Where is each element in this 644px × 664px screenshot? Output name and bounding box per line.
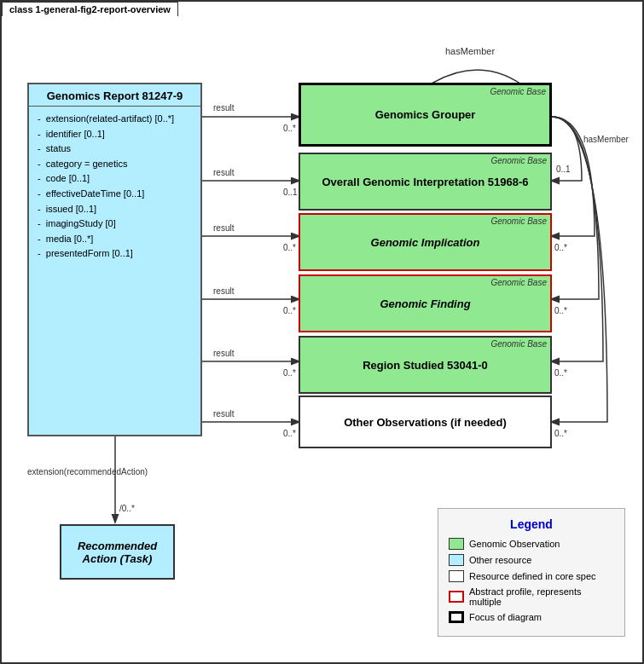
implic-top-label: Genomic Base [490, 217, 547, 226]
legend-label-genomic: Genomic Observation [469, 539, 560, 549]
legend-title: Legend [449, 517, 614, 531]
attr-line: - extension(related-artifact) [0..*] [38, 112, 192, 127]
legend-label-focus: Focus of diagram [469, 612, 542, 622]
svg-text:0..*: 0..* [283, 243, 296, 252]
svg-text:result: result [213, 223, 235, 233]
has-member-top-label: hasMember [445, 46, 495, 56]
recommended-box: RecommendedAction (Task) [60, 524, 175, 580]
other-box: Other Observations (if needed) [299, 396, 552, 448]
finding-top-label: Genomic Base [490, 278, 547, 287]
grouper-main-label: Genomics Grouper [372, 108, 479, 121]
implic-main-label: Genomic Implication [368, 236, 484, 249]
legend-swatch-cyan [449, 554, 464, 566]
interp-main-label: Overall Genomic Interpretation 51968-6 [318, 176, 531, 188]
report-box-attrs: - extension(related-artifact) [0..*] - i… [29, 107, 200, 267]
legend-swatch-white [449, 570, 464, 582]
svg-text:0..*: 0..* [554, 429, 567, 438]
svg-text:/0..*: /0..* [119, 504, 135, 513]
region-box: Genomic Base Region Studied 53041-0 [299, 336, 552, 394]
legend-item-core: Resource defined in core spec [449, 570, 614, 582]
svg-text:0..*: 0..* [554, 243, 567, 252]
grouper-box: Genomic Base Genomics Grouper [299, 83, 552, 147]
svg-text:0..*: 0..* [283, 124, 296, 133]
diagram-container: class 1-general-fig2-report-overview has… [0, 0, 644, 664]
implication-box: Genomic Base Genomic Implication [299, 213, 552, 271]
finding-main-label: Genomic Finding [376, 297, 473, 310]
legend-swatch-black [449, 611, 464, 623]
svg-text:0..*: 0..* [554, 368, 567, 378]
svg-text:0..*: 0..* [283, 429, 296, 438]
legend-label-other: Other resource [469, 555, 531, 565]
attr-line: - identifier [0..1] [38, 127, 192, 142]
svg-text:result: result [213, 103, 235, 113]
attr-line: - effectiveDateTime [0..1] [38, 187, 192, 202]
svg-text:result: result [213, 168, 235, 177]
legend-item-focus: Focus of diagram [449, 611, 614, 623]
region-main-label: Region Studied 53041-0 [359, 359, 491, 372]
svg-text:result: result [213, 286, 235, 296]
legend-item-genomic: Genomic Observation [449, 538, 614, 550]
interp-top-label: Genomic Base [490, 156, 547, 165]
svg-text:0..1: 0..1 [283, 188, 298, 197]
attr-line: - issued [0..1] [38, 202, 192, 217]
attr-line: - media [0..*] [38, 232, 192, 247]
diagram-title: class 1-general-fig2-report-overview [2, 2, 178, 16]
other-main-label: Other Observations (if needed) [340, 416, 510, 429]
attr-line: - imagingStudy [0] [38, 217, 192, 232]
legend-swatch-green [449, 538, 464, 550]
attr-line: - category = genetics [38, 157, 192, 172]
grouper-top-label: Genomic Base [490, 87, 546, 96]
attr-line: - presentedForm [0..1] [38, 246, 192, 262]
interpretation-box: Genomic Base Overall Genomic Interpretat… [299, 153, 552, 211]
attr-line: - code [0..1] [38, 171, 192, 187]
svg-text:0..1: 0..1 [556, 165, 571, 174]
svg-text:extension(recommendedAction): extension(recommendedAction) [27, 467, 148, 476]
legend: Legend Genomic Observation Other resourc… [438, 508, 625, 637]
svg-text:result: result [213, 349, 235, 358]
svg-text:0..*: 0..* [554, 306, 567, 315]
svg-text:hasMember: hasMember [583, 135, 629, 144]
svg-text:0..*: 0..* [283, 306, 296, 315]
svg-text:0..*: 0..* [283, 368, 296, 378]
report-box-title: Genomics Report 81247-9 [29, 84, 200, 107]
attr-line: - status [38, 141, 192, 157]
report-box: Genomics Report 81247-9 - extension(rela… [27, 83, 202, 436]
recommended-main-label: RecommendedAction (Task) [74, 540, 160, 565]
legend-label-abstract: Abstract profile, represents multiple [469, 586, 614, 607]
svg-text:result: result [213, 409, 235, 419]
legend-swatch-red [449, 591, 464, 603]
legend-item-abstract: Abstract profile, represents multiple [449, 586, 614, 607]
legend-item-other: Other resource [449, 554, 614, 566]
legend-label-core: Resource defined in core spec [469, 571, 596, 581]
region-top-label: Genomic Base [490, 339, 547, 349]
finding-box: Genomic Base Genomic Finding [299, 274, 552, 332]
